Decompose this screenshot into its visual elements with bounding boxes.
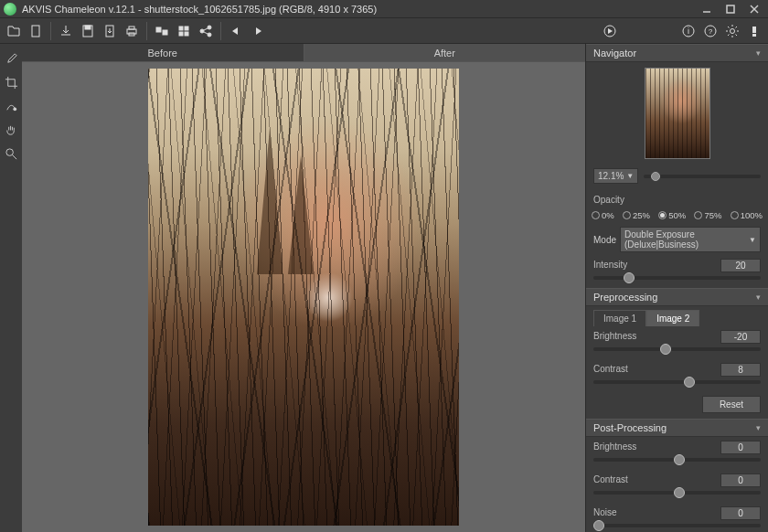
svg-rect-1 <box>727 5 734 13</box>
main-toolbar: i ? <box>0 18 768 44</box>
postprocessing-header[interactable]: Post-Processing ▾ <box>586 419 768 437</box>
notice-button[interactable] <box>744 21 764 41</box>
svg-rect-9 <box>129 27 134 29</box>
preprocessing-header[interactable]: Preprocessing ▾ <box>586 288 768 306</box>
svg-rect-14 <box>185 27 188 30</box>
post-contrast-label: Contrast <box>593 474 628 484</box>
svg-rect-4 <box>32 26 39 37</box>
close-button[interactable] <box>744 2 764 16</box>
collapse-icon: ▾ <box>756 423 761 432</box>
titlebar: AKVIS Chameleon v.12.1 - shutterstock_10… <box>0 0 768 18</box>
batch-button[interactable] <box>152 21 172 41</box>
undo-button[interactable] <box>226 21 246 41</box>
pre-reset-button[interactable]: Reset <box>702 396 761 413</box>
svg-point-31 <box>5 148 13 155</box>
window-title: AKVIS Chameleon v.12.1 - shutterstock_10… <box>22 4 697 15</box>
svg-point-17 <box>200 29 204 33</box>
opacity-0[interactable]: 0% <box>592 210 614 220</box>
svg-rect-6 <box>85 26 91 29</box>
smudge-tool[interactable] <box>2 97 20 115</box>
view-tabs: Before After <box>22 44 585 62</box>
opacity-label: Opacity <box>593 195 761 205</box>
app-icon <box>4 3 16 16</box>
intensity-value[interactable]: 20 <box>720 259 761 272</box>
new-document-button[interactable] <box>26 21 46 41</box>
svg-line-32 <box>12 154 16 159</box>
info-button[interactable]: i <box>678 21 699 41</box>
tab-before[interactable]: Before <box>22 44 304 61</box>
right-panel: Navigator ▾ 12.1% ▼ Opacity 0% 25% 50% 7… <box>585 44 768 532</box>
opacity-50[interactable]: 50% <box>658 210 686 220</box>
zoom-tool[interactable] <box>2 144 20 163</box>
redo-button[interactable] <box>248 21 268 41</box>
pre-contrast-slider[interactable] <box>593 380 761 384</box>
crop-tool[interactable] <box>2 73 20 91</box>
noise-value[interactable]: 0 <box>720 506 761 520</box>
svg-rect-28 <box>752 27 756 33</box>
mode-label: Mode <box>593 235 616 245</box>
opacity-100[interactable]: 100% <box>731 210 763 220</box>
export-button[interactable] <box>100 21 120 41</box>
share-button[interactable] <box>196 21 216 41</box>
mode-value: Double Exposure (Deluxe|Business) <box>624 229 749 250</box>
post-contrast-value[interactable]: 0 <box>720 473 761 487</box>
pre-brightness-value[interactable]: -20 <box>720 330 761 344</box>
navigator-title: Navigator <box>593 48 636 59</box>
help-button[interactable]: ? <box>700 21 720 41</box>
chevron-down-icon: ▼ <box>626 172 634 180</box>
mode-select[interactable]: Double Exposure (Deluxe|Business) ▼ <box>620 227 761 252</box>
maximize-button[interactable] <box>720 2 741 16</box>
canvas-area: Before After <box>22 44 585 532</box>
pre-contrast-value[interactable]: 8 <box>720 363 761 377</box>
svg-rect-11 <box>156 27 161 32</box>
canvas-viewport[interactable] <box>22 62 585 532</box>
subtab-image1[interactable]: Image 1 <box>593 310 646 326</box>
zoom-value: 12.1% <box>598 171 624 181</box>
postprocessing-title: Post-Processing <box>593 422 667 433</box>
svg-rect-15 <box>179 32 183 36</box>
run-button[interactable] <box>600 21 620 41</box>
zoom-dropdown[interactable]: 12.1% ▼ <box>593 168 638 184</box>
intensity-label: Intensity <box>593 260 627 270</box>
subtab-image2[interactable]: Image 2 <box>646 310 699 326</box>
hand-tool[interactable] <box>2 121 20 139</box>
result-image <box>148 69 459 526</box>
post-brightness-slider[interactable] <box>593 458 761 462</box>
print-button[interactable] <box>122 21 142 41</box>
svg-line-21 <box>204 32 208 34</box>
svg-point-18 <box>208 26 211 29</box>
navigator-header[interactable]: Navigator ▾ <box>586 44 768 62</box>
eyedropper-tool[interactable] <box>2 49 20 68</box>
svg-rect-29 <box>752 34 756 37</box>
import-button[interactable] <box>56 21 76 41</box>
pre-brightness-label: Brightness <box>593 331 636 341</box>
tab-after[interactable]: After <box>304 44 586 61</box>
noise-slider[interactable] <box>593 524 761 527</box>
separator <box>220 22 221 40</box>
svg-text:?: ? <box>709 27 713 36</box>
noise-label: Noise <box>593 507 617 517</box>
settings-button[interactable] <box>722 21 742 41</box>
opacity-75[interactable]: 75% <box>694 210 721 220</box>
preprocessing-title: Preprocessing <box>593 292 657 303</box>
svg-point-30 <box>13 107 16 111</box>
open-button[interactable] <box>4 21 24 41</box>
separator <box>146 22 147 40</box>
presets-button[interactable] <box>174 21 194 41</box>
post-brightness-value[interactable]: 0 <box>720 441 761 454</box>
minimize-button[interactable] <box>697 2 717 16</box>
zoom-slider[interactable] <box>644 175 761 178</box>
svg-rect-13 <box>179 27 183 30</box>
save-button[interactable] <box>78 21 98 41</box>
pre-brightness-slider[interactable] <box>593 347 761 351</box>
collapse-icon: ▾ <box>756 48 761 58</box>
opacity-25[interactable]: 25% <box>623 210 650 220</box>
post-contrast-slider[interactable] <box>593 491 761 495</box>
pre-contrast-label: Contrast <box>593 364 628 374</box>
opacity-radios: 0% 25% 50% 75% 100% <box>586 210 768 224</box>
intensity-slider[interactable] <box>593 276 761 280</box>
svg-line-20 <box>204 28 208 30</box>
navigator-thumbnail[interactable] <box>645 68 710 159</box>
svg-rect-12 <box>163 30 167 35</box>
svg-rect-16 <box>185 32 188 36</box>
